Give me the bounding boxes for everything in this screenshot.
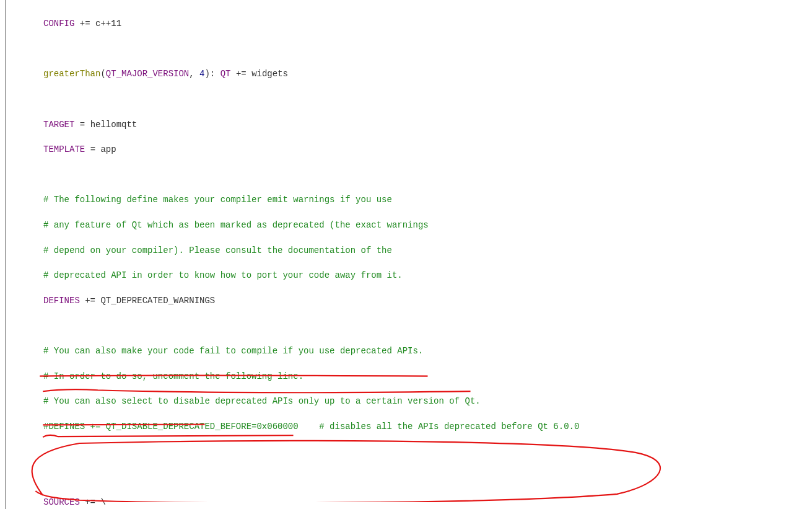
comment-line: # The following define makes your compil… — [6, 193, 807, 206]
tok-greaterthan: greaterThan — [43, 69, 100, 79]
tok-qtmajor: QT_MAJOR_VERSION — [106, 69, 189, 79]
tok-config: CONFIG — [43, 19, 74, 29]
comment-line: #DEFINES += QT_DISABLE_DEPRECATED_BEFORE… — [6, 420, 807, 433]
tok-cpp11: c++11 — [95, 19, 121, 29]
line-blank — [6, 471, 807, 483]
line-defines: DEFINES += QT_DEPRECATED_WARNINGS — [6, 294, 807, 307]
tok-hellomqtt: hellomqtt — [90, 120, 138, 130]
tok-target: TARGET — [43, 120, 74, 130]
tok-template: TEMPLATE — [43, 144, 85, 154]
comment-line: # depend on your compiler). Please consu… — [6, 244, 807, 257]
line-blank — [6, 93, 807, 105]
line-config: CONFIG += c++11 — [6, 17, 807, 30]
tok-widgets: widgets — [251, 69, 288, 79]
line-template: TEMPLATE = app — [6, 143, 807, 156]
line-blank — [6, 169, 807, 181]
comment-line: # You can also select to disable depreca… — [6, 395, 807, 407]
line-blank — [6, 319, 807, 332]
tok-sources: SOURCES — [43, 497, 80, 507]
line-blank — [6, 43, 807, 55]
line-sources: SOURCES += \ — [6, 496, 807, 508]
comment-line: # You can also make your code fail to co… — [6, 345, 807, 357]
comment-line: # deprecated API in order to know how to… — [6, 269, 807, 281]
comment-line: # In order to do so, uncomment the follo… — [6, 370, 807, 383]
tok-app: app — [100, 144, 116, 154]
code-block: CONFIG += c++11 greaterThan(QT_MAJOR_VER… — [5, 0, 807, 509]
tok-qt: QT — [220, 69, 231, 79]
line-greaterthan: greaterThan(QT_MAJOR_VERSION, 4): QT += … — [6, 68, 807, 80]
comment-line: # any feature of Qt which as been marked… — [6, 219, 807, 231]
line-target: TARGET = hellomqtt — [6, 118, 807, 131]
tok-defines: DEFINES — [43, 296, 80, 306]
line-blank — [6, 445, 807, 458]
